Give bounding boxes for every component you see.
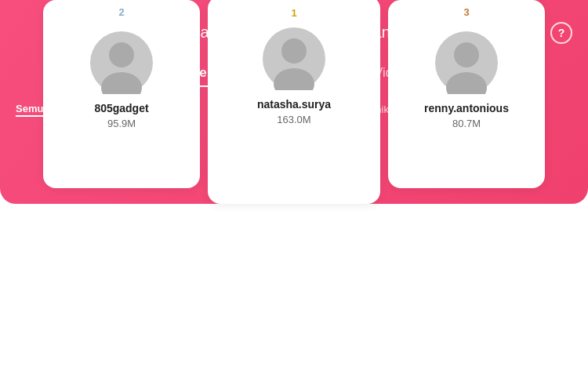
username-rank-3: renny.antonious [424,102,509,114]
avatar-icon-rank-2 [90,31,153,94]
username-rank-1: natasha.surya [257,98,331,111]
avatar-icon-rank-3 [435,31,498,94]
avatar-rank-2 [90,31,153,94]
score-rank-3: 80.7M [452,118,481,129]
leaderboard-card-rank-3: 3 renny.antonious 80.7M [388,0,545,188]
page-wrapper: Raja Afiliasi Penjualan Barang ? Live St… [0,0,588,392]
leaderboard-card-rank-1: 1 natasha.surya 163.0M [208,0,380,204]
crown-rank-2: 2 [104,0,139,18]
avatar-rank-3 [435,31,498,94]
crown-icon-rank-2 [104,0,139,5]
avatar-rank-1 [263,27,325,90]
avatar-icon-rank-1 [263,27,325,90]
rank-badge-3: 3 [463,6,469,18]
score-rank-1: 163.0M [277,114,310,125]
crown-rank-3: 3 [449,0,484,18]
svg-point-22 [454,42,479,67]
score-rank-2: 95.9M [107,118,136,129]
leaderboard-card-rank-2: 2 805gadget 95.9M [43,0,200,188]
svg-point-6 [109,42,134,67]
rank-badge-2: 2 [118,6,124,18]
crown-icon-rank-3 [449,0,484,5]
crown-icon-rank-1 [274,0,314,5]
svg-point-15 [281,38,307,64]
leaderboard-area: 2 805gadget 95.9M [0,0,588,204]
rank-badge-1: 1 [291,7,296,19]
header-section: Raja Afiliasi Penjualan Barang ? Live St… [0,0,588,204]
crown-rank-1: 1 [274,0,314,19]
username-rank-2: 805gadget [94,102,148,114]
